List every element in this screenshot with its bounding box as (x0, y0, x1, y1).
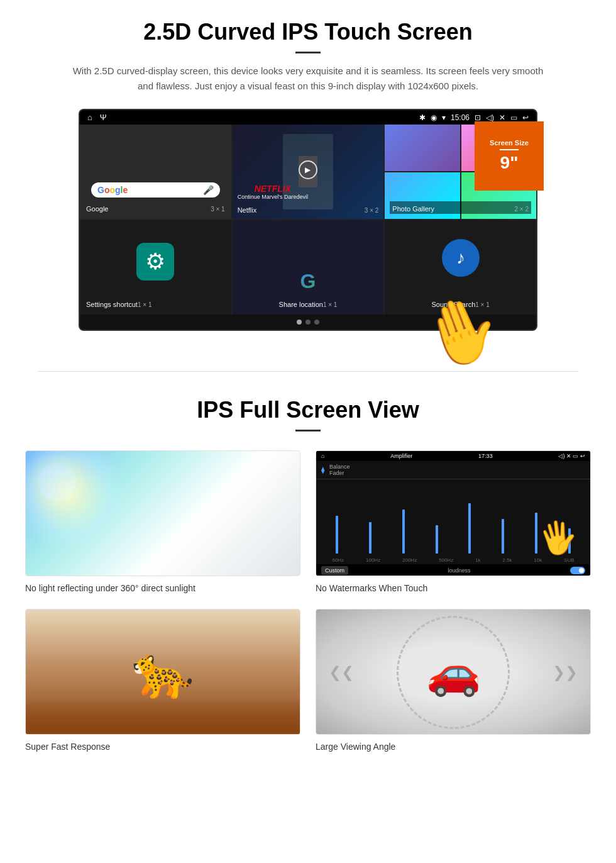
settings-label-row: Settings shortcut 1 × 1 (86, 298, 151, 308)
feature-cheetah: 🐆 Super Fast Response (25, 609, 300, 752)
settings-gear-icon: ⚙ (145, 248, 165, 275)
sun-glow (38, 464, 76, 501)
section2-title: IPS Full Screen View (25, 397, 591, 423)
music-icon-wrap: ♪ (442, 239, 480, 277)
home-icon: ⌂ (87, 113, 92, 122)
eq-freq-10k: 10k (534, 557, 542, 563)
netflix-size: 3 × 2 (365, 207, 379, 214)
eq-controls: ◁) ✕ ▭ ↩ (558, 453, 585, 459)
gallery-label: Photo Gallery (392, 205, 434, 213)
car-image: ❮❮ 🚗 ❯❯ (316, 609, 591, 735)
car-arrow-right: ❯❯ (553, 664, 578, 681)
feature-grid: No light reflecting under 360° direct su… (25, 450, 591, 752)
screen-size-badge: Screen Size 9" (475, 121, 544, 191)
feature-sunlight: No light reflecting under 360° direct su… (25, 450, 300, 594)
gallery-label-row: Photo Gallery 2 × 2 (390, 201, 531, 214)
sound-label: Sound Search (432, 301, 476, 308)
eq-sliders-icon: ⧫ (321, 466, 324, 474)
google-label: Google (86, 205, 108, 213)
car-visual: ❮❮ 🚗 ❯❯ (316, 610, 590, 735)
feature-equalizer: ⌂ Amplifier 17:33 ◁) ✕ ▭ ↩ ⧫ BalanceFade… (316, 450, 591, 594)
badge-title: Screen Size (490, 139, 529, 147)
eq-section-title: ⧫ BalanceFader (316, 461, 590, 479)
cheetah-label: Super Fast Response (25, 742, 110, 752)
eq-bar-3 (388, 482, 419, 554)
screen-mock-wrapper: ⌂ Ψ ✱ ◉ ▾ 15:06 ⊡ ◁) ✕ ▭ ↩ (79, 109, 537, 331)
netflix-play-btn[interactable]: ▶ (299, 160, 317, 179)
eq-bar-vis-2 (369, 522, 371, 554)
eq-bar-vis-4 (436, 525, 438, 554)
cheetah-image: 🐆 (25, 609, 300, 735)
google-label-row: Google 3 × 1 (86, 203, 225, 213)
bluetooth-icon: ✱ (419, 113, 426, 122)
sunlight-visual (26, 451, 300, 576)
volume-icon: ◁) (486, 113, 494, 122)
pagination-dots (80, 315, 536, 330)
eq-freq-60: 60Hz (332, 557, 344, 563)
sunlight-image (25, 450, 300, 576)
sound-cell[interactable]: ♪ Sound Search 1 × 1 (385, 220, 536, 315)
ground-gradient (26, 698, 300, 735)
eq-bar-vis-3 (402, 509, 405, 554)
sound-label-row: Sound Search 1 × 1 (432, 298, 490, 308)
car-arrow-left: ❮❮ (329, 664, 354, 681)
eq-bar-4 (421, 482, 453, 554)
eq-bars: 🖐 (316, 479, 590, 556)
share-cell[interactable]: G Share location 1 × 1 (233, 220, 384, 315)
share-icons: G (239, 270, 378, 293)
camera-icon: ⊡ (475, 113, 481, 122)
netflix-app-cell[interactable]: ▶ NETFLIX Continue Marvel's Daredevil Ne… (233, 125, 384, 219)
badge-size: 9" (500, 153, 519, 173)
photo-thumb-1 (385, 125, 459, 171)
share-size: 1 × 1 (323, 301, 338, 308)
sound-size: 1 × 1 (475, 301, 490, 308)
back-icon: ↩ (522, 113, 529, 122)
netflix-label-row: Netflix 3 × 2 (238, 204, 379, 214)
section-divider-hr (38, 371, 578, 372)
eq-footer: Custom loudness (316, 564, 590, 576)
sunlight-label: No light reflecting under 360° direct su… (25, 583, 195, 593)
google-search-bar[interactable]: Google 🎤 (91, 182, 220, 198)
settings-cell[interactable]: ⚙ Settings shortcut 1 × 1 (80, 220, 231, 315)
eq-loudness-label: loudness (448, 567, 470, 574)
share-label-row: Share location 1 × 1 (279, 298, 338, 308)
music-note-icon: ♪ (456, 248, 465, 268)
google-app-cell[interactable]: Google 🎤 Google 3 × 1 (80, 125, 231, 219)
eq-title-text: Amplifier (390, 453, 412, 459)
dot-2 (305, 320, 311, 325)
eq-hand-icon: 🖐 (536, 516, 580, 559)
mic-icon: 🎤 (203, 185, 214, 195)
badge-divider (500, 149, 519, 150)
section2-ips-fullscreen: IPS Full Screen View No light reflecting… (0, 397, 616, 777)
netflix-branding: NETFLIX Continue Marvel's Daredevil (238, 184, 308, 200)
status-bar-left: ⌂ Ψ (87, 113, 107, 122)
usb-icon: Ψ (100, 113, 107, 122)
section1-curved-screen: 2.5D Curved IPS Touch Screen With 2.5D c… (0, 0, 616, 346)
eq-bar-vis-1 (336, 516, 338, 554)
eq-balance-label: BalanceFader (329, 464, 350, 476)
settings-size: 1 × 1 (138, 301, 152, 308)
eq-home-icon: ⌂ (321, 453, 324, 459)
dot-1 (297, 320, 302, 325)
google-logo: Google (97, 185, 128, 195)
equalizer-image: ⌂ Amplifier 17:33 ◁) ✕ ▭ ↩ ⧫ BalanceFade… (316, 450, 591, 576)
eq-custom-btn[interactable]: Custom (321, 566, 348, 575)
window-icon: ▭ (510, 113, 517, 122)
netflix-subtitle: Continue Marvel's Daredevil (238, 194, 308, 200)
eq-freq-200: 200Hz (402, 557, 417, 563)
share-label: Share location (279, 301, 323, 308)
view-angle-circle (397, 616, 510, 729)
time-display: 15:06 (451, 113, 470, 122)
sun-rays (26, 451, 126, 552)
eq-freq-100: 100Hz (366, 557, 380, 563)
eq-bar-5 (454, 482, 486, 554)
status-bar: ⌂ Ψ ✱ ◉ ▾ 15:06 ⊡ ◁) ✕ ▭ ↩ (80, 110, 536, 125)
gallery-size: 2 × 2 (514, 206, 529, 213)
loudness-toggle[interactable] (570, 567, 585, 574)
eq-time: 17:33 (478, 453, 493, 459)
settings-label: Settings shortcut (86, 301, 138, 308)
eq-bar-vis-5 (468, 503, 471, 554)
close-icon: ✕ (499, 113, 505, 122)
location-icon: ◉ (431, 113, 437, 122)
eq-status-bar: ⌂ Amplifier 17:33 ◁) ✕ ▭ ↩ (316, 451, 590, 461)
